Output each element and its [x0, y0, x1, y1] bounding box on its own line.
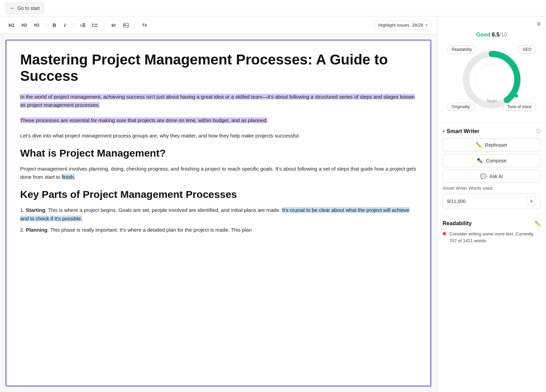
svg-text:1.: 1.: [80, 24, 83, 27]
edit-icon[interactable]: ✏️: [535, 221, 541, 226]
divider-4: [135, 22, 135, 29]
tone-of-voice-label: Tone of voice: [507, 104, 532, 109]
highlight-label: Highlight issues: [378, 23, 409, 28]
go-to-start-label: Go to start: [17, 5, 40, 11]
info-icon[interactable]: ⓘ: [536, 128, 541, 134]
divider-3: [104, 22, 104, 29]
highlight-dropdown[interactable]: Highlight issues 28/28 ▾: [374, 21, 431, 29]
score-number: 6.5: [492, 32, 499, 38]
li2-text: : This phase is really important. It's w…: [47, 227, 252, 233]
svg-rect-1: [82, 24, 85, 24]
image-button[interactable]: [120, 20, 132, 30]
h3-button[interactable]: H3: [31, 20, 42, 30]
score-section: Good 6.5/10: [437, 32, 546, 122]
originality-pill[interactable]: Originality: [447, 103, 474, 111]
originality-label: Originality: [452, 104, 470, 109]
rephraser-icon: ✏️: [476, 142, 482, 148]
score-chart: Readability SEO Originality Tone of voic…: [444, 42, 540, 117]
sidebar-topbar: ≡: [437, 16, 546, 32]
compose-icon: ✒️: [477, 158, 483, 164]
list-item-2: 2. Planning: This phase is really import…: [20, 226, 417, 234]
words-used-label: Smart Writer Words used:: [443, 186, 541, 191]
li2-label: Planning: [26, 227, 47, 233]
h1-button[interactable]: H1: [5, 20, 18, 30]
hamburger-icon[interactable]: ≡: [537, 20, 541, 28]
heading-what-is-pm: What is Project Management?: [20, 147, 417, 159]
format-group: B I: [49, 20, 70, 30]
words-used-number: 9: [447, 199, 450, 204]
readability-header: Readability ✏️: [443, 220, 541, 227]
seo-label: SEO: [523, 47, 531, 52]
unordered-list-button[interactable]: [89, 20, 101, 30]
svg-point-12: [476, 64, 507, 95]
readability-section: Readability ✏️ Consider writing some mor…: [437, 215, 546, 249]
score-total: /10: [500, 32, 507, 38]
tone-of-voice-pill[interactable]: Tone of voice: [503, 103, 536, 111]
paragraph-4: Project management involves planning, do…: [20, 165, 417, 182]
go-to-start-button[interactable]: ← Go to start: [5, 3, 44, 14]
ordered-list-button[interactable]: 1.: [77, 20, 88, 30]
rephraser-label: Rephraser: [485, 142, 507, 148]
svg-point-16: [515, 94, 518, 98]
divider-1: [46, 22, 46, 29]
main-layout: H1 H2 H3 B I 1.: [0, 16, 546, 392]
add-words-button[interactable]: +: [527, 197, 536, 206]
rephraser-button[interactable]: ✏️ Rephraser: [443, 139, 541, 151]
highlight-p2: These processes are essential for making…: [20, 117, 268, 123]
highlight-p4-end: finish.: [62, 174, 75, 180]
readability-item: Consider writing some more text. Current…: [443, 231, 541, 244]
divider-2: [73, 22, 73, 29]
compose-label: Compose: [486, 158, 506, 163]
heading-key-parts: Key Parts of Project Management Processe…: [20, 188, 417, 201]
compose-button[interactable]: ✒️ Compose: [443, 154, 541, 167]
readability-title: Readability: [443, 220, 472, 227]
bold-button[interactable]: B: [49, 20, 59, 30]
clear-format-button[interactable]: Tx: [139, 20, 150, 30]
li1-text: : This is where a project begins. Goals …: [45, 207, 282, 213]
red-dot-icon: [443, 232, 446, 235]
editor-container: H1 H2 H3 B I 1.: [0, 16, 437, 392]
highlight-p4-start: Project management involves planning, do…: [20, 166, 416, 180]
svg-point-4: [92, 24, 94, 25]
chevron-down-icon: ▾: [426, 23, 428, 27]
smart-writer-section: ▾ Smart Writer ⓘ ✏️ Rephraser ✒️ Compose…: [437, 122, 546, 215]
list-group: 1.: [77, 20, 101, 30]
svg-rect-6: [95, 24, 98, 25]
article-title: Mastering Project Management Processes: …: [20, 52, 417, 85]
heading-group: H1 H2 H3: [5, 20, 42, 30]
arrow-left-icon: ←: [10, 5, 15, 11]
svg-rect-8: [124, 23, 128, 27]
list-item-1: 1. Starting: This is where a project beg…: [20, 206, 417, 223]
readability-pill[interactable]: Readability: [447, 45, 476, 54]
insert-group: [108, 20, 132, 30]
ask-ai-button[interactable]: 💬 Ask AI: [443, 170, 541, 183]
italic-button[interactable]: I: [60, 20, 70, 30]
paragraph-3: Let's dive into what project management …: [20, 132, 417, 140]
smart-writer-header: ▾ Smart Writer ⓘ: [443, 128, 541, 134]
link-button[interactable]: [108, 20, 119, 30]
ask-ai-label: Ask AI: [489, 174, 503, 179]
list: 1. Starting: This is where a project beg…: [20, 206, 417, 234]
seo-pill[interactable]: SEO: [518, 45, 536, 54]
target-label: Target: [486, 99, 497, 103]
editor-toolbar: H1 H2 H3 B I 1.: [0, 16, 437, 34]
h2-button[interactable]: H2: [18, 20, 30, 30]
editor-area[interactable]: Mastering Project Management Processes: …: [5, 40, 431, 387]
li1-label: Starting: [26, 207, 45, 213]
highlight-count: 28/28: [412, 23, 423, 28]
svg-rect-2: [82, 25, 85, 26]
readability-label: Readability: [452, 47, 472, 52]
words-count-row: 9/11,000 +: [443, 193, 541, 209]
svg-rect-3: [82, 26, 85, 27]
smart-writer-title-group: ▾ Smart Writer: [443, 128, 479, 134]
smart-writer-title: Smart Writer: [447, 128, 479, 134]
collapse-icon[interactable]: ▾: [443, 129, 445, 134]
words-count-display: 9/11,000: [447, 199, 466, 204]
svg-point-5: [92, 26, 94, 27]
top-bar: ← Go to start: [0, 0, 546, 16]
right-sidebar: ≡ Good 6.5/10: [437, 16, 546, 392]
words-total: /11,000: [450, 199, 466, 204]
readability-text: Consider writing some more text. Current…: [449, 231, 541, 244]
ask-ai-icon: 💬: [480, 173, 487, 179]
svg-rect-7: [95, 26, 98, 27]
